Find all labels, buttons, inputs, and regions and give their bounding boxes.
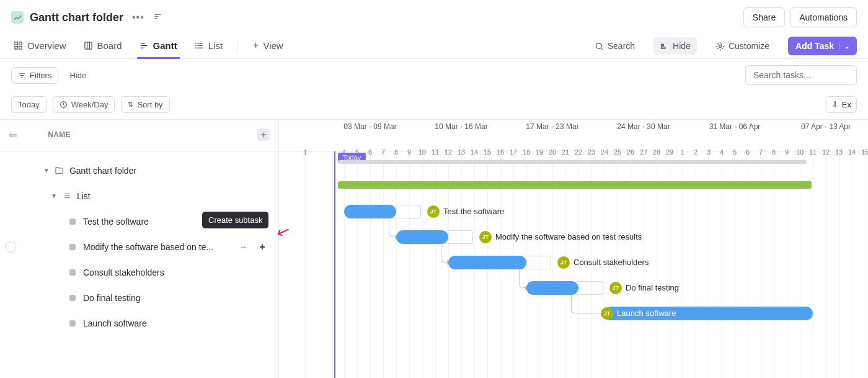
gantt-toolbar: Today Week/Day ⇅ Sort by ⇩ Ex xyxy=(0,91,868,119)
gantt-slack-extension xyxy=(395,205,421,218)
automations-button[interactable]: Automations xyxy=(790,7,857,27)
week-label: 17 Mar - 23 Mar xyxy=(526,122,578,131)
status-dot[interactable] xyxy=(69,320,76,326)
timeline-header: ar03 Mar - 09 Mar10 Mar - 16 Mar17 Mar -… xyxy=(279,120,868,151)
gantt-task-bar[interactable] xyxy=(526,281,578,295)
task-label: Test the software xyxy=(83,217,149,227)
hide-columns-button[interactable]: Hide xyxy=(69,71,86,80)
list-name: List xyxy=(77,191,91,201)
today-button[interactable]: Today xyxy=(11,96,46,113)
name-column-header: NAME xyxy=(48,130,71,139)
folder-name: Gantt chart folder xyxy=(69,166,136,176)
assignee-avatar[interactable]: JT xyxy=(479,231,492,243)
horizontal-scrollbar[interactable] xyxy=(338,160,807,164)
add-column-button[interactable]: + xyxy=(257,128,270,141)
sort-label: Sort by xyxy=(137,100,162,109)
dependency-icon[interactable]: → xyxy=(239,242,247,252)
header: Gantt chart folder ••• Share Automations xyxy=(0,0,868,34)
tab-overview[interactable]: Overview xyxy=(11,34,69,58)
assignee-avatar[interactable]: JT xyxy=(557,256,570,269)
chevron-down-icon[interactable]: ▼ xyxy=(43,167,50,174)
add-task-button[interactable]: Add Task ⌄ xyxy=(788,37,857,55)
week-label: 07 Apr - 13 Apr xyxy=(801,122,851,131)
filters-label: Filters xyxy=(30,71,51,80)
svg-rect-3 xyxy=(15,42,17,44)
divider xyxy=(237,40,238,52)
create-subtask-tooltip: Create subtask xyxy=(202,212,268,228)
gantt-task-bar[interactable] xyxy=(396,230,448,244)
task-row-hover[interactable]: Modify the software based on te... → + C… xyxy=(0,234,278,259)
export-label: Ex xyxy=(842,100,851,109)
task-row[interactable]: Do final testing xyxy=(0,285,278,310)
gantt-bar-label: Test the software xyxy=(443,207,504,216)
share-button[interactable]: Share xyxy=(743,7,785,27)
collapse-panel-icon[interactable]: ⇐ xyxy=(9,129,17,141)
view-tabs: Overview Board Gantt List + View Search … xyxy=(0,34,868,59)
more-menu-icon[interactable]: ••• xyxy=(132,12,144,23)
download-icon: ⇩ xyxy=(831,100,838,109)
search-tasks-input[interactable] xyxy=(745,65,857,85)
tab-gantt[interactable]: Gantt xyxy=(137,34,180,58)
tab-gantt-label: Gantt xyxy=(153,40,177,51)
svg-rect-21 xyxy=(662,44,664,46)
add-view-label: View xyxy=(263,40,283,51)
gantt-bar-label: Consult stakeholders xyxy=(574,258,649,267)
add-view-button[interactable]: + View xyxy=(250,34,286,58)
gantt-task-bar[interactable] xyxy=(448,256,526,269)
add-task-label: Add Task xyxy=(795,41,834,51)
export-button[interactable]: ⇩ Ex xyxy=(826,96,857,113)
svg-rect-7 xyxy=(84,42,91,48)
zoom-selector[interactable]: Week/Day xyxy=(53,96,115,113)
group-summary-bar[interactable] xyxy=(338,181,812,189)
gantt-slack-extension xyxy=(525,256,551,269)
description-toggle-icon[interactable] xyxy=(153,12,162,23)
week-label: 10 Mar - 16 Mar xyxy=(435,122,487,131)
select-circle[interactable] xyxy=(5,241,16,253)
page-title: Gantt chart folder xyxy=(30,11,123,24)
hide-label: Hide xyxy=(673,41,691,51)
task-row[interactable]: Launch software xyxy=(0,310,278,336)
today-marker xyxy=(334,151,335,378)
assignee-avatar[interactable]: JT xyxy=(601,307,613,320)
add-subtask-button[interactable]: + xyxy=(255,240,270,254)
zoom-label: Week/Day xyxy=(71,100,108,109)
status-dot[interactable] xyxy=(69,218,76,225)
tree-list-row[interactable]: ▼ List xyxy=(0,183,278,209)
gantt-bar-label: Launch software xyxy=(617,308,676,318)
svg-rect-5 xyxy=(15,46,17,48)
task-label: Modify the software based on te... xyxy=(83,242,213,252)
customize-tool[interactable]: Customize xyxy=(709,37,776,55)
customize-label: Customize xyxy=(728,41,769,51)
tree-folder-row[interactable]: ▼ Gantt chart folder xyxy=(0,158,278,183)
assignee-avatar[interactable]: JT xyxy=(609,282,622,294)
tab-board[interactable]: Board xyxy=(81,34,125,58)
hide-tool[interactable]: Hide xyxy=(653,37,697,55)
status-dot[interactable] xyxy=(69,295,76,301)
search-label: Search xyxy=(608,41,635,51)
folder-icon xyxy=(55,166,64,176)
tab-list[interactable]: List xyxy=(192,34,225,58)
filters-button[interactable]: Filters xyxy=(11,67,58,84)
list-icon xyxy=(62,191,72,201)
week-label: 24 Mar - 30 Mar xyxy=(617,122,670,131)
task-label: Do final testing xyxy=(83,293,141,303)
svg-point-18 xyxy=(195,47,196,48)
svg-rect-4 xyxy=(19,42,22,44)
svg-point-23 xyxy=(719,45,722,47)
folder-chart-icon xyxy=(11,11,24,24)
gantt-chart[interactable]: ar03 Mar - 09 Mar10 Mar - 16 Mar17 Mar -… xyxy=(279,120,868,378)
chevron-down-icon[interactable]: ▼ xyxy=(51,192,57,199)
dependency-line xyxy=(571,295,604,313)
status-dot[interactable] xyxy=(69,244,76,250)
gantt-task-bar[interactable] xyxy=(344,205,396,218)
gantt-slack-extension xyxy=(447,230,473,244)
gantt-bar-label: Modify the software based on test result… xyxy=(495,232,642,241)
sort-button[interactable]: ⇅ Sort by xyxy=(121,96,169,113)
task-row[interactable]: Consult stakeholders xyxy=(0,259,278,285)
search-tool[interactable]: Search xyxy=(588,37,641,55)
svg-point-17 xyxy=(195,45,196,46)
chevron-down-icon[interactable]: ⌄ xyxy=(839,43,849,50)
gantt-bar-label: Do final testing xyxy=(626,283,679,292)
assignee-avatar[interactable]: JT xyxy=(427,205,440,218)
status-dot[interactable] xyxy=(69,269,76,276)
